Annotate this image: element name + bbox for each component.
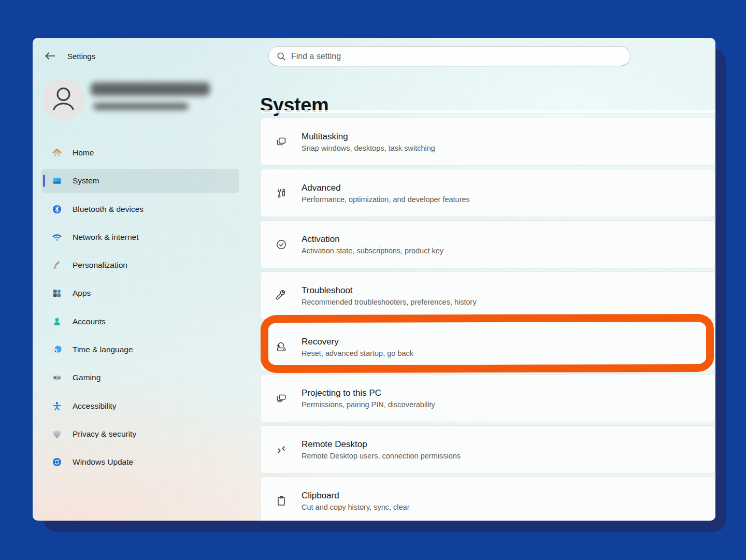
card-subtitle: Reset, advanced startup, go back	[302, 349, 413, 357]
card-title: Projecting to this PC	[302, 388, 435, 398]
card-title: Activation	[302, 234, 443, 245]
card-remote-desktop[interactable]: Remote Desktop Remote Desktop users, con…	[260, 425, 715, 473]
sidebar-item-label: Time & language	[73, 345, 133, 354]
card-subtitle: Cut and copy history, sync, clear	[302, 503, 409, 511]
card-activation[interactable]: Activation Activation state, subscriptio…	[260, 220, 715, 268]
scrolled-card-sliver	[260, 110, 715, 113]
card-projecting-to-this-pc[interactable]: Projecting to this PC Permissions, pairi…	[260, 374, 715, 422]
sidebar-item-label: Apps	[73, 289, 91, 298]
card-recovery[interactable]: Recovery Reset, advanced startup, go bac…	[260, 323, 715, 371]
accounts-icon	[52, 317, 62, 327]
accessibility-icon	[52, 401, 62, 411]
sidebar-item-bluetooth-devices[interactable]: Bluetooth & devices	[41, 197, 239, 221]
card-title: Multitasking	[302, 132, 435, 142]
sidebar-item-network-internet[interactable]: Network & internet	[41, 225, 239, 249]
personalization-icon	[52, 260, 62, 270]
home-icon	[52, 148, 62, 158]
card-subtitle: Remote Desktop users, connection permiss…	[302, 452, 461, 460]
sidebar-item-time-language[interactable]: Time & language	[41, 338, 239, 362]
gaming-icon	[52, 372, 62, 383]
selected-accent-bar	[43, 175, 45, 187]
recovery-icon	[275, 341, 288, 353]
remote-desktop-icon	[275, 443, 288, 456]
advanced-icon	[275, 187, 288, 199]
activation-icon	[275, 238, 288, 251]
search-input[interactable]	[290, 48, 630, 65]
troubleshoot-icon	[275, 290, 288, 302]
sidebar-item-system[interactable]: System	[41, 169, 239, 193]
card-title: Troubleshoot	[302, 285, 477, 296]
card-subtitle: Activation state, subscriptions, product…	[302, 247, 443, 255]
card-title: Advanced	[302, 183, 470, 193]
windows-update-icon	[52, 457, 62, 467]
card-troubleshoot[interactable]: Troubleshoot Recommended troubleshooters…	[260, 271, 715, 320]
sidebar-item-label: Accounts	[73, 317, 106, 326]
network-icon	[52, 232, 62, 242]
sidebar-item-gaming[interactable]: Gaming	[41, 366, 239, 390]
time-language-icon	[52, 344, 62, 355]
sidebar-item-privacy-security[interactable]: Privacy & security	[41, 422, 239, 446]
card-subtitle: Snap windows, desktops, task switching	[302, 144, 435, 152]
card-subtitle: Recommended troubleshooters, preferences…	[302, 298, 477, 306]
card-title: Remote Desktop	[302, 439, 461, 450]
card-subtitle: Permissions, pairing PIN, discoverabilit…	[302, 400, 435, 409]
card-advanced[interactable]: Advanced Performance, optimization, and …	[260, 169, 715, 217]
back-button[interactable]	[42, 50, 59, 63]
card-subtitle: Performance, optimization, and developer…	[302, 195, 470, 204]
card-clipboard[interactable]: Clipboard Cut and copy history, sync, cl…	[260, 477, 715, 521]
sidebar-item-apps[interactable]: Apps	[41, 281, 239, 305]
system-icon	[52, 176, 62, 186]
sidebar-item-label: Gaming	[73, 373, 101, 382]
search-box[interactable]	[268, 46, 630, 66]
sidebar-item-label: Accessibility	[73, 401, 116, 411]
multitasking-icon	[275, 136, 288, 148]
redacted-account-email	[93, 103, 189, 110]
desktop-background: Settings H	[0, 0, 746, 560]
person-icon	[42, 78, 84, 120]
sidebar-item-personalization[interactable]: Personalization	[41, 253, 239, 277]
sidebar-item-label: Home	[73, 148, 94, 157]
sidebar-item-label: Privacy & security	[73, 429, 136, 439]
settings-window: Settings H	[33, 38, 715, 521]
sidebar-nav: Home System Bluetooth & devices	[41, 141, 239, 479]
back-arrow-icon	[44, 51, 56, 63]
app-title: Settings	[67, 52, 95, 61]
sidebar-item-label: System	[73, 176, 99, 185]
card-multitasking[interactable]: Multitasking Snap windows, desktops, tas…	[260, 118, 715, 166]
card-title: Recovery	[302, 337, 413, 347]
card-title: Clipboard	[302, 491, 409, 501]
privacy-security-icon	[52, 429, 62, 439]
sidebar-item-label: Network & internet	[73, 233, 139, 242]
sidebar-item-accessibility[interactable]: Accessibility	[41, 394, 239, 418]
bluetooth-icon	[52, 204, 62, 214]
page-title: System	[260, 94, 328, 117]
clipboard-icon	[275, 495, 288, 507]
apps-icon	[52, 288, 62, 298]
sidebar-item-home[interactable]: Home	[41, 141, 239, 165]
avatar	[42, 78, 84, 120]
redacted-account-name	[91, 82, 210, 96]
projecting-icon	[275, 392, 288, 405]
sidebar-item-label: Personalization	[73, 261, 127, 270]
sidebar-item-windows-update[interactable]: Windows Update	[41, 450, 239, 474]
sidebar-item-label: Windows Update	[73, 457, 133, 467]
sidebar-item-label: Bluetooth & devices	[73, 205, 144, 214]
search-icon	[277, 52, 286, 61]
account-profile[interactable]	[42, 77, 250, 122]
sidebar-item-accounts[interactable]: Accounts	[41, 310, 239, 334]
